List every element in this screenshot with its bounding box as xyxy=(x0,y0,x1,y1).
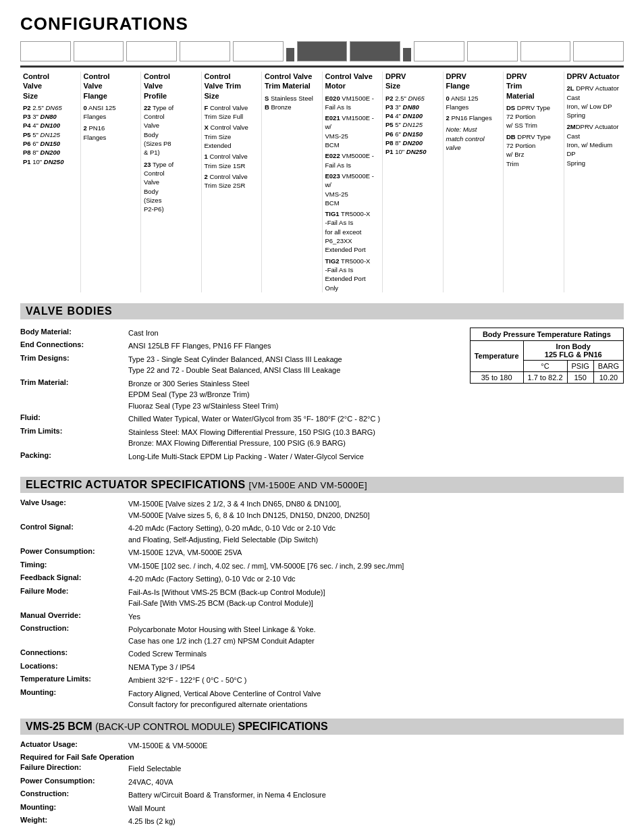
spec-row-control-signal: Control Signal: 4-20 mAdc (Factory Setti… xyxy=(20,523,624,545)
spec-value-power-consumption: VM-1500E 12VA, VM-5000E 25VA xyxy=(128,547,624,558)
pressure-table-col-c: °C xyxy=(523,360,567,371)
pressure-temp-container: Body Pressure Temperature Ratings Temper… xyxy=(470,328,624,384)
spec-row-actuator-usage: Actuator Usage: VM-1500E & VM-5000E xyxy=(20,740,624,752)
vms-bcm-header-bold: VMS-25 BCM xyxy=(26,721,92,732)
config-col-2-header: ControlValveFlange xyxy=(84,72,138,101)
diagram-box-5 xyxy=(233,41,284,61)
spec-value-power-consumption-vms: 24VAC, 40VA xyxy=(128,777,624,788)
spec-value-mounting-vms: Wall Mount xyxy=(128,803,624,814)
config-col-1-content: P2 2.5" DN65 P3 3" DN80 P4 4" DN100 P5 5… xyxy=(23,103,78,166)
spec-row-body-material: Body Material: Cast Iron xyxy=(20,328,459,339)
spec-label-weight: Weight: xyxy=(20,816,128,827)
electric-actuator-header-bold: ELECTRIC ACTUATOR SPECIFICATIONS xyxy=(26,479,246,490)
spec-row-end-connections: End Connections: ANSI 125LB FF Flanges, … xyxy=(20,340,459,352)
pressure-table-psig-val: 150 xyxy=(567,371,593,383)
spec-value-locations: NEMA Type 3 / IP54 xyxy=(128,662,624,673)
spec-label-end-connections: End Connections: xyxy=(20,340,128,352)
spec-label-actuator-usage: Actuator Usage: xyxy=(20,740,128,752)
spec-label-temp-limits: Temperature Limits: xyxy=(20,675,128,686)
pressure-table-temp-f: 35 to 180 xyxy=(470,371,523,383)
config-col-6: Control ValveMotor E020 VM1500E -Fail As… xyxy=(323,72,383,292)
config-col-2-content: 0 ANSI 125Flanges 2 PN16Flanges xyxy=(84,103,138,142)
config-col-10-content: 2L DPRV Actuator CastIron, w/ Low DP Spr… xyxy=(567,84,622,167)
valve-bodies-header: VALVE BODIES xyxy=(20,303,624,319)
config-col-9-header: DPRVTrimMaterial xyxy=(506,72,561,101)
diagram-separator-1 xyxy=(286,48,294,61)
spec-value-construction: Polycarbonate Motor Housing with Steel L… xyxy=(128,624,624,646)
spec-label-failure-mode: Failure Mode: xyxy=(20,587,128,609)
spec-value-failure-direction: Field Selectable xyxy=(128,763,624,775)
config-col-9: DPRVTrimMaterial DS DPRV Type72 Portionw… xyxy=(504,72,564,292)
config-col-8: DPRVFlange 0 ANSI 125Flanges 2 PN16 Flan… xyxy=(444,72,504,292)
spec-row-connections: Connections: Coded Screw Terminals xyxy=(20,648,624,660)
spec-row-packing: Packing: Long-Life Multi-Stack EPDM Lip … xyxy=(20,451,624,463)
spec-value-connections: Coded Screw Terminals xyxy=(128,648,624,660)
spec-label-trim-limits: Trim Limits: xyxy=(20,427,128,449)
spec-row-manual-override: Manual Override: Yes xyxy=(20,611,624,623)
spec-label-timing: Timing: xyxy=(20,561,128,572)
spec-label-power-consumption-vms: Power Consumption: xyxy=(20,777,128,788)
config-diagram xyxy=(20,41,624,61)
config-col-7-content: P2 2.5" DN65 P3 3" DN80 P4 4" DN100 P5 5… xyxy=(385,94,440,157)
spec-row-failure-mode: Failure Mode: Fail-As-Is [Without VMS-25… xyxy=(20,587,624,609)
config-col-6-header: Control ValveMotor xyxy=(325,72,380,91)
spec-row-trim-limits: Trim Limits: Stainless Steel: MAX Flowin… xyxy=(20,427,624,449)
pressure-table-title: Body Pressure Temperature Ratings xyxy=(470,328,623,340)
config-col-8-header: DPRVFlange xyxy=(446,72,501,91)
diagram-separator-2 xyxy=(403,48,411,61)
spec-row-timing: Timing: VM-150E [102 sec. / inch, 4.02 s… xyxy=(20,561,624,572)
pressure-table-temp-c: 1.7 to 82.2 xyxy=(523,371,567,383)
spec-row-fluid: Fluid: Chilled Water Typical, Water or W… xyxy=(20,413,624,425)
spec-row-trim-designs: Trim Designs: Type 23 - Single Seat Cyli… xyxy=(20,354,459,376)
page-title: CONFIGURATIONS xyxy=(20,14,624,34)
spec-value-control-signal: 4-20 mAdc (Factory Setting), 0-20 mAdc, … xyxy=(128,523,624,545)
spec-label-mounting: Mounting: xyxy=(20,688,128,710)
electric-actuator-header: ELECTRIC ACTUATOR SPECIFICATIONS [VM-150… xyxy=(20,477,624,493)
spec-label-construction-vms: Construction: xyxy=(20,789,128,801)
pressure-temp-table: Body Pressure Temperature Ratings Temper… xyxy=(470,328,624,384)
config-col-3-content: 22 Type ofControlValveBody(Sizes P8& P1)… xyxy=(144,103,198,214)
pressure-table-barg-val: 10.20 xyxy=(593,371,623,383)
spec-value-weight: 4.25 lbs (2 kg) xyxy=(128,816,624,827)
spec-row-temp-limits: Temperature Limits: Ambient 32°F - 122°F… xyxy=(20,675,624,686)
spec-value-mounting: Factory Aligned, Vertical Above Centerli… xyxy=(128,688,624,710)
spec-value-fluid: Chilled Water Typical, Water or Water/Gl… xyxy=(128,413,624,425)
config-col-1-header: ControlValveSize xyxy=(23,72,78,101)
spec-label-feedback-signal: Feedback Signal: xyxy=(20,573,128,585)
spec-value-valve-usage: VM-1500E [Valve sizes 2 1/2, 3 & 4 Inch … xyxy=(128,498,624,521)
config-col-5-header: Control ValveTrim Material xyxy=(265,72,319,91)
spec-row-failure-direction: Failure Direction: Field Selectable xyxy=(20,763,624,775)
spec-label-mounting-vms: Mounting: xyxy=(20,803,128,814)
spec-label-valve-usage: Valve Usage: xyxy=(20,498,128,521)
config-col-10: DPRV Actuator 2L DPRV Actuator CastIron,… xyxy=(564,72,624,292)
config-col-6-content: E020 VM1500E -Fail As Is E021 VM1500E - … xyxy=(325,94,380,292)
spec-row-valve-usage: Valve Usage: VM-1500E [Valve sizes 2 1/2… xyxy=(20,498,624,521)
spec-row-power-consumption: Power Consumption: VM-1500E 12VA, VM-500… xyxy=(20,547,624,558)
spec-value-construction-vms: Battery w/Circuit Board & Transformer, i… xyxy=(128,789,624,801)
spec-label-body-material: Body Material: xyxy=(20,328,128,339)
spec-row-mounting: Mounting: Factory Aligned, Vertical Abov… xyxy=(20,688,624,710)
spec-row-locations: Locations: NEMA Type 3 / IP54 xyxy=(20,662,624,673)
spec-row-feedback-signal: Feedback Signal: 4-20 mAdc (Factory Sett… xyxy=(20,573,624,585)
spec-label-power-consumption: Power Consumption: xyxy=(20,547,128,558)
spec-label-trim-material: Trim Material: xyxy=(20,378,128,412)
spec-value-trim-limits: Stainless Steel: MAX Flowing Differentia… xyxy=(128,427,624,449)
config-col-7-header: DPRVSize xyxy=(385,72,440,91)
config-col-2: ControlValveFlange 0 ANSI 125Flanges 2 P… xyxy=(81,72,142,292)
spec-label-packing: Packing: xyxy=(20,451,128,463)
config-col-10-header: DPRV Actuator xyxy=(567,72,622,81)
spec-row-required: Required for Fail Safe Operation xyxy=(20,753,624,761)
pressure-table-iron-body: Iron Body125 FLG & PN16 xyxy=(523,340,623,360)
spec-row-construction-vms: Construction: Battery w/Circuit Board & … xyxy=(20,789,624,801)
spec-value-actuator-usage: VM-1500E & VM-5000E xyxy=(128,740,624,752)
diagram-box-8 xyxy=(414,41,464,61)
diagram-box-7 xyxy=(350,41,400,61)
diagram-box-11 xyxy=(573,41,624,61)
spec-row-trim-material: Trim Material: Bronze or 300 Series Stai… xyxy=(20,378,459,412)
vms-bcm-header-normal: (BACK-UP CONTROL MODULE) xyxy=(95,721,235,732)
electric-actuator-header-sub: [VM-1500E AND VM-5000E] xyxy=(249,480,368,490)
pressure-table-col-barg: BARG xyxy=(593,360,623,371)
config-col-3-header: ControlValveProfile xyxy=(144,72,198,101)
valve-bodies-content: Body Pressure Temperature Ratings Temper… xyxy=(20,325,624,469)
config-col-5: Control ValveTrim Material S Stainless S… xyxy=(262,72,323,292)
